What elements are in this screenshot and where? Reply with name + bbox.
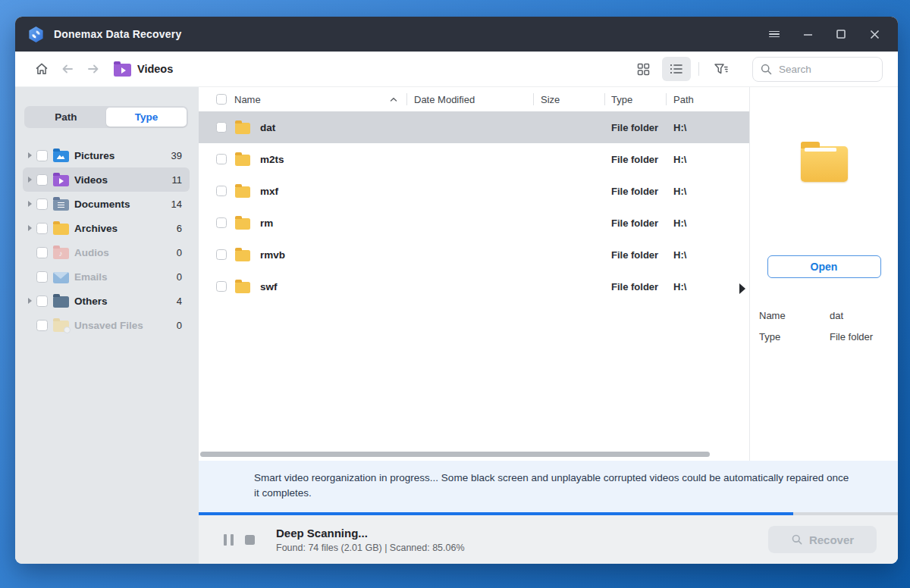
checkbox[interactable] bbox=[216, 281, 227, 292]
sidebar-item-emails[interactable]: Emails 0 bbox=[23, 264, 190, 289]
checkbox[interactable] bbox=[216, 249, 227, 260]
sidebar-tabs: Path Type bbox=[24, 106, 188, 128]
expand-caret-icon[interactable] bbox=[28, 201, 32, 207]
forward-icon[interactable] bbox=[82, 58, 105, 80]
scan-progress-fill bbox=[199, 512, 793, 515]
folder-icon bbox=[235, 155, 250, 166]
folder-icon bbox=[235, 250, 250, 261]
select-all-checkbox[interactable] bbox=[216, 94, 227, 105]
search-box bbox=[752, 57, 883, 82]
list-view-icon[interactable] bbox=[662, 57, 691, 81]
expand-caret-icon[interactable] bbox=[28, 225, 32, 231]
row-type: File folder bbox=[604, 186, 666, 197]
column-header-name[interactable]: Name bbox=[199, 87, 406, 111]
table-row[interactable]: rmvb File folder H:\ bbox=[199, 239, 749, 271]
checkbox[interactable] bbox=[216, 122, 227, 133]
table-row[interactable]: swf File folder H:\ bbox=[199, 271, 749, 302]
checkbox[interactable] bbox=[36, 199, 48, 210]
sidebar-item-pictures[interactable]: Pictures 39 bbox=[23, 143, 190, 167]
scan-progress-bar bbox=[199, 512, 898, 515]
checkbox[interactable] bbox=[36, 296, 48, 307]
breadcrumb[interactable]: Videos bbox=[114, 61, 173, 77]
column-header-date-modified[interactable]: Date Modified bbox=[406, 87, 533, 111]
table-row[interactable]: mxf File folder H:\ bbox=[199, 175, 749, 207]
field-value: File folder bbox=[830, 331, 873, 342]
pictures-folder-icon bbox=[53, 151, 69, 162]
row-type: File folder bbox=[604, 217, 666, 229]
checkbox[interactable] bbox=[216, 186, 227, 196]
sidebar-item-archives[interactable]: Archives 6 bbox=[23, 216, 190, 240]
home-icon[interactable] bbox=[30, 58, 53, 80]
checkbox[interactable] bbox=[36, 320, 48, 331]
open-button[interactable]: Open bbox=[767, 255, 881, 278]
row-path: H:\ bbox=[666, 249, 749, 261]
grid-view-icon[interactable] bbox=[629, 57, 657, 81]
sidebar-item-others[interactable]: Others 4 bbox=[23, 289, 190, 313]
row-path: H:\ bbox=[666, 122, 749, 133]
titlebar: Donemax Data Recovery bbox=[15, 17, 898, 52]
videos-folder-icon bbox=[53, 175, 69, 186]
checkbox[interactable] bbox=[36, 271, 48, 283]
item-label: Unsaved Files bbox=[74, 320, 177, 331]
sidebar-item-videos[interactable]: Videos 11 bbox=[23, 167, 190, 192]
checkbox[interactable] bbox=[36, 247, 48, 258]
maximize-icon[interactable] bbox=[828, 23, 854, 45]
table-row[interactable]: dat File folder H:\ bbox=[199, 111, 749, 143]
recover-button[interactable]: Recover bbox=[768, 526, 877, 553]
item-count: 4 bbox=[177, 296, 182, 307]
filter-icon[interactable] bbox=[707, 57, 736, 81]
horizontal-scrollbar[interactable] bbox=[200, 452, 710, 457]
row-name: rm bbox=[260, 217, 273, 229]
others-folder-icon bbox=[53, 296, 69, 308]
videos-folder-icon bbox=[114, 64, 131, 77]
column-header-size[interactable]: Size bbox=[533, 87, 604, 111]
item-label: Documents bbox=[74, 199, 171, 210]
checkbox[interactable] bbox=[36, 223, 48, 234]
column-label: Path bbox=[673, 94, 694, 105]
stop-icon[interactable] bbox=[245, 535, 255, 545]
sidebar-item-unsaved-files[interactable]: Unsaved Files 0 bbox=[23, 313, 190, 337]
checkbox[interactable] bbox=[216, 154, 227, 164]
pause-icon[interactable] bbox=[224, 534, 234, 546]
expand-caret-icon[interactable] bbox=[28, 298, 32, 304]
info-message: Smart video reorganization in progress..… bbox=[254, 471, 856, 512]
recover-label: Recover bbox=[809, 533, 854, 546]
tab-path[interactable]: Path bbox=[26, 108, 106, 127]
app-window: Donemax Data Recovery bbox=[15, 17, 898, 564]
collapse-panel-icon[interactable] bbox=[739, 283, 745, 294]
item-count: 6 bbox=[177, 223, 182, 234]
expand-caret-icon[interactable] bbox=[28, 152, 32, 158]
minimize-icon[interactable] bbox=[795, 23, 821, 45]
app-logo-icon bbox=[27, 26, 45, 43]
window-title: Donemax Data Recovery bbox=[54, 28, 181, 40]
checkbox[interactable] bbox=[36, 150, 48, 161]
item-label: Audios bbox=[74, 247, 177, 258]
column-label: Date Modified bbox=[414, 94, 475, 105]
item-label: Emails bbox=[74, 271, 177, 283]
scan-status: Deep Scanning... Found: 74 files (2.01 G… bbox=[276, 527, 465, 553]
back-icon[interactable] bbox=[56, 58, 79, 80]
sidebar-item-documents[interactable]: Documents 14 bbox=[23, 192, 190, 216]
checkbox[interactable] bbox=[36, 174, 48, 186]
item-label: Videos bbox=[74, 174, 172, 186]
sort-ascending-icon bbox=[390, 97, 397, 102]
checkbox[interactable] bbox=[216, 217, 227, 228]
table-row[interactable]: m2ts File folder H:\ bbox=[199, 143, 749, 175]
table-row[interactable]: rm File folder H:\ bbox=[199, 207, 749, 239]
row-path: H:\ bbox=[666, 217, 749, 229]
table-header: Name Date Modified Size Type Path bbox=[199, 87, 749, 111]
field-label: Name bbox=[759, 310, 830, 321]
unsaved-folder-icon bbox=[53, 321, 69, 332]
close-icon[interactable] bbox=[861, 23, 887, 45]
tab-type[interactable]: Type bbox=[106, 108, 187, 127]
column-header-path[interactable]: Path bbox=[666, 87, 749, 111]
row-type: File folder bbox=[604, 154, 666, 165]
row-name: m2ts bbox=[260, 154, 284, 165]
column-label: Size bbox=[541, 94, 560, 105]
menu-icon[interactable] bbox=[761, 23, 787, 45]
column-header-type[interactable]: Type bbox=[604, 87, 666, 111]
sidebar-item-audios[interactable]: ♪ Audios 0 bbox=[23, 240, 190, 264]
expand-caret-icon[interactable] bbox=[28, 177, 32, 183]
emails-icon bbox=[53, 272, 69, 283]
row-type: File folder bbox=[604, 122, 666, 133]
